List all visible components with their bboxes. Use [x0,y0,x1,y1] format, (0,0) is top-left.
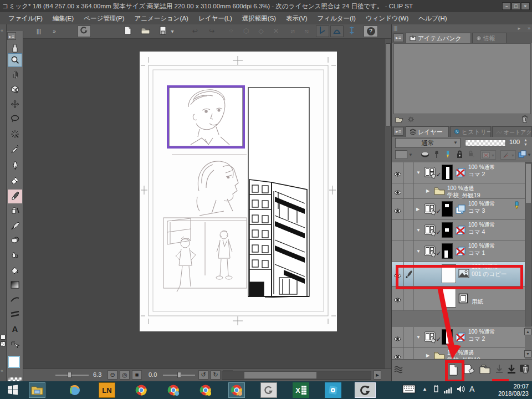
layer-scroll-thumb[interactable] [526,164,531,203]
fill-tool[interactable] [8,264,22,278]
menu-edit[interactable]: 編集(E) [48,12,79,24]
canvas-area[interactable] [23,39,385,369]
dock-handle-icon[interactable]: ||| [393,25,397,31]
item-bank-menu-icon[interactable]: ▸≡ [393,33,403,42]
open-file-button[interactable] [139,25,152,37]
scale-rotate-icon[interactable]: ⧄ [286,25,299,37]
chevron-down-icon[interactable]: ▼ [527,152,531,157]
maximize-button[interactable]: □ [511,2,520,10]
chrome-taskbar-icon-1[interactable] [133,382,150,398]
layer-list-scrollbar[interactable] [525,162,532,326]
enabled-check-icon[interactable]: ✓ [436,250,441,257]
zoom-out-icon[interactable]: ⊖ [108,370,117,380]
figure-tool[interactable] [8,294,22,308]
gradient-tool[interactable] [8,279,22,293]
hand-tool[interactable] [8,68,22,82]
ln-app-taskbar-icon[interactable]: LN [99,382,115,398]
mesh-transform-icon[interactable]: ⧅ [300,25,313,37]
layer-row[interactable]: ▼✓100 %通常コマ 2 [392,327,525,348]
lasso-select-tool[interactable] [8,113,22,127]
menu-animation[interactable]: アニメーション(A) [129,12,193,24]
layer-thumbnail[interactable] [442,289,456,308]
eraser-tool[interactable] [8,175,22,188]
brush-tool[interactable] [8,190,22,203]
dock-collapse-bottom-icon[interactable]: « [1,368,3,374]
menu-selection[interactable]: 選択範囲(S) [237,12,281,24]
hide-layer-icon[interactable] [421,150,429,160]
chrome-taskbar-icon-4[interactable] [228,382,245,398]
lock-layer-icon[interactable] [456,150,463,161]
layer-thumbnail[interactable] [442,165,453,180]
minimize-button[interactable]: － [502,2,511,10]
expand-right-icon[interactable]: ▶ [426,188,429,193]
menu-filter[interactable]: フィルター(I) [313,12,361,24]
expand-down-icon[interactable]: ▼ [416,335,421,340]
network-signal-tray-icon[interactable] [443,386,453,396]
eyedropper-tool[interactable] [8,143,22,157]
zoom-slider-handle[interactable] [68,372,71,378]
draft-pen-icon[interactable] [445,150,451,161]
eye-icon[interactable] [393,190,402,196]
move-tool[interactable] [8,98,22,112]
pen-tool[interactable] [8,160,22,173]
blend-tool[interactable] [8,234,22,248]
chrome-taskbar-icon-3[interactable] [197,382,214,398]
clip-studio-paint-taskbar-icon[interactable] [355,382,376,398]
blend-mode-select[interactable]: 通常 ▼ [395,138,461,148]
enabled-check-icon[interactable]: ✓ [436,171,441,178]
eye-icon[interactable] [393,336,402,342]
expand-down-icon[interactable]: ▼ [416,170,421,175]
tool-palette-menu-icon[interactable]: ▸≡ [7,32,16,40]
new-vector-layer-button[interactable] [464,364,475,378]
decoration-tool[interactable] [8,219,22,233]
item-bank-content[interactable] [393,43,531,114]
ime-mode-indicator[interactable]: A [469,385,474,393]
liquify-tool[interactable] [8,249,22,263]
invert-selection-icon[interactable]: ◇ [254,25,268,37]
menu-page[interactable]: ページ管理(P) [79,12,129,24]
new-file-button[interactable] [121,25,134,37]
snap-to-special-ruler-icon[interactable] [330,25,344,37]
save-button[interactable] [156,25,170,37]
menu-view[interactable]: 表示(V) [281,12,312,24]
layer-row[interactable]: ▼✓100 %通常コマ 4 [392,220,525,241]
reference-layer-icon[interactable] [518,150,526,160]
layer-thumbnail[interactable] [442,243,453,259]
touch-keyboard-tray-icon[interactable] [402,385,416,396]
zoom-tool[interactable] [8,53,22,67]
snap-to-grid-icon[interactable] [345,25,358,37]
canvas-horizontal-scroll-thumb[interactable] [244,372,316,378]
tab-info[interactable]: 情報 [472,33,507,43]
layer-row[interactable]: ▼✓100 %通常コマ 1 [392,241,525,262]
actual-size-icon[interactable]: ■ [132,370,142,380]
settings-gear-icon[interactable] [407,115,415,125]
selection-border-icon[interactable]: ✕ [269,25,283,37]
layer-row[interactable]: 100 %通常001 のコピー [392,262,525,287]
tab-auto-action[interactable]: オートアクション [492,126,532,137]
lock-transparent-icon[interactable] [468,150,475,161]
menu-layer[interactable]: レイヤー(L) [193,12,237,24]
toolbar-drag-handle[interactable]: ||| [33,25,44,37]
text-tool[interactable]: A [8,324,22,338]
delete-trash-icon[interactable] [521,115,528,125]
enabled-check-icon[interactable]: ✓ [436,229,441,236]
excel-taskbar-icon[interactable]: X [293,382,309,398]
tab-layer[interactable]: レイヤー [406,126,449,137]
scroll-up-icon[interactable]: ▲ [524,328,531,335]
layer-thumbnail[interactable] [442,201,453,217]
delete-layer-trash-icon[interactable] [521,364,529,376]
eye-icon[interactable] [393,297,402,303]
scroll-down-icon[interactable]: ▼ [524,350,531,357]
magic-wand-tool[interactable] [8,128,22,142]
merge-down-icon[interactable] [507,364,516,376]
dock-expand-icon[interactable]: » [528,25,530,31]
menu-window[interactable]: ウィンドウ(W) [361,12,413,24]
dock-collapse-icon[interactable]: « [1,28,3,33]
enabled-check-icon[interactable]: ✓ [436,336,441,342]
fit-to-screen-icon[interactable]: ◎ [120,370,130,380]
layer-palette-menu-icon[interactable]: ▸≡ [393,127,403,136]
layer-thumbnail[interactable] [442,222,453,238]
layer-mask-button[interactable]: ▼ [480,150,496,160]
ruler-button[interactable]: ▼ [500,150,516,160]
foreground-color-swatch[interactable] [8,356,20,368]
